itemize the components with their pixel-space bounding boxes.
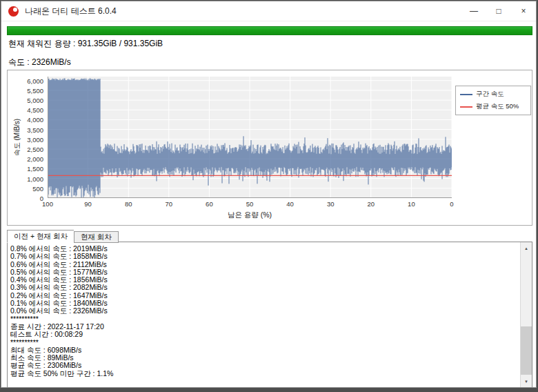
tab-previous-plus-current-round[interactable]: 이전 + 현재 회차 <box>7 230 74 243</box>
chart-legend: 구간 속도 평균 속도 50% <box>455 86 531 115</box>
log-line[interactable]: 최소 속도 : 89MiB/s <box>10 354 518 362</box>
log-lines-container: 0.8% 에서의 속도 : 2019MiB/s0.7% 에서의 속도 : 185… <box>10 245 518 378</box>
x-tick-label: 20 <box>361 200 381 208</box>
log-line[interactable]: 평균 속도 50% 미만 구간 : 1.1% <box>10 370 518 378</box>
chart-plot-area <box>48 77 452 198</box>
x-tick-label: 100 <box>37 200 58 208</box>
legend-item-interval-speed: 구간 속도 <box>460 90 526 99</box>
close-button[interactable]: × <box>511 1 536 21</box>
legend-label: 평균 속도 50% <box>476 102 519 111</box>
y-axis-title: 속도 (MiB/s) <box>12 77 21 198</box>
x-tick-label: 40 <box>280 200 301 208</box>
x-axis-title: 남은 용량 (%) <box>48 210 452 220</box>
result-log-listbox[interactable]: 0.8% 에서의 속도 : 2019MiB/s0.7% 에서의 속도 : 185… <box>7 242 532 388</box>
tab-current-round[interactable]: 현재 회차 <box>74 231 119 243</box>
window-controls: — □ × <box>461 1 536 21</box>
x-tick-label: 30 <box>320 200 341 208</box>
log-line[interactable]: ********** <box>10 339 518 346</box>
minimize-button[interactable]: — <box>461 1 486 21</box>
result-tabs: 이전 + 현재 회차 현재 회차 <box>7 230 119 243</box>
x-tick-label: 90 <box>78 200 99 208</box>
scroll-up-icon[interactable]: ▲ <box>521 242 532 254</box>
log-line[interactable]: 최대 속도 : 6098MiB/s <box>10 346 518 354</box>
app-logo-icon <box>8 6 19 17</box>
legend-item-average-speed: 평균 속도 50% <box>460 102 526 111</box>
log-scrollbar[interactable]: ▲ ▼ <box>520 242 532 387</box>
average-speed-line-swatch <box>460 106 472 108</box>
title-bar[interactable]: 나래온 더티 테스트 6.0.4 — □ × <box>1 1 536 21</box>
log-line[interactable]: 종료 시간 : 2022-11-17 17:20 <box>10 323 518 331</box>
capacity-status-text: 현재 채워진 용량 : 931.35GiB / 931.35GiB <box>8 38 163 50</box>
speed-status-text: 속도 : 2326MiB/s <box>8 57 71 68</box>
log-line[interactable]: 0.0% 에서의 속도 : 2326MiB/s <box>10 307 518 315</box>
log-line[interactable]: 테스트 시간 : 00:08:29 <box>10 331 518 338</box>
interval-speed-line-swatch <box>460 94 472 95</box>
x-tick-label: 60 <box>199 200 219 208</box>
speed-chart: 속도 (MiB/s) 남은 용량 (%) 05001,0001,5002,000… <box>7 70 532 226</box>
window-title: 나래온 더티 테스트 6.0.4 <box>25 6 117 17</box>
x-tick-label: 80 <box>118 200 139 208</box>
fill-progress-bar <box>7 26 532 35</box>
app-window: 나래온 더티 테스트 6.0.4 — □ × 현재 채워진 용량 : 931.3… <box>1 1 537 388</box>
log-line[interactable]: 0.7% 에서의 속도 : 1858MiB/s <box>10 253 518 260</box>
legend-label: 구간 속도 <box>476 90 504 99</box>
scrollbar-thumb[interactable] <box>521 326 532 375</box>
x-tick-label: 50 <box>239 200 260 208</box>
x-tick-label: 10 <box>401 200 421 208</box>
x-tick-label: 0 <box>441 200 462 208</box>
scroll-down-icon[interactable]: ▼ <box>521 375 532 387</box>
x-tick-label: 70 <box>159 200 179 208</box>
maximize-button[interactable]: □ <box>486 1 511 21</box>
